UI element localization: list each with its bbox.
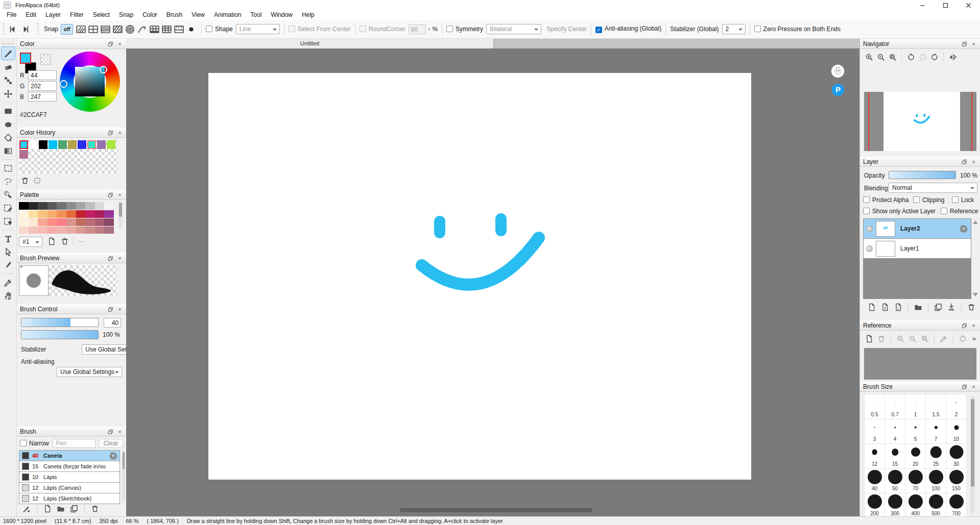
protect-alpha-checkbox[interactable]: Protect Alpha [863,196,909,204]
brush-list-scrollbar[interactable] [122,451,125,501]
menu-help[interactable]: Help [297,10,319,20]
palette-color-swatch[interactable] [85,218,95,226]
brush-size-cell[interactable]: 300 [885,493,905,516]
symmetry-checkbox[interactable]: Symmetry [446,26,483,33]
shape-checkbox[interactable]: Shape [206,26,233,33]
tool-select-eraser[interactable] [2,215,15,228]
brush-size-cell[interactable]: 500 [926,493,946,516]
new-palette-icon[interactable] [47,237,56,245]
menu-window[interactable]: Window [266,10,297,20]
blending-select[interactable]: Normal [889,183,977,193]
float-panel-icon[interactable] [961,322,968,329]
palette-color-swatch[interactable] [19,218,29,226]
brush-size-cell[interactable]: 0.5 [865,394,885,419]
layer-scroll-up-icon[interactable] [973,220,978,224]
history-color-swatch[interactable] [107,140,115,149]
palette-color-swatch[interactable] [19,227,29,234]
zoom-fit-icon[interactable] [921,335,929,343]
tool-magic-wand[interactable] [2,188,15,201]
brush-size-cell[interactable]: 70 [905,469,926,494]
brush-size-cell[interactable]: 40 [865,469,885,494]
gear-icon[interactable] [109,452,117,460]
menu-color[interactable]: Color [138,10,162,20]
canvas[interactable] [208,73,751,480]
new-folder-icon[interactable] [914,303,922,311]
crisscross-snap-icon[interactable] [87,23,99,35]
brush-size-cell[interactable]: 1 [905,394,926,419]
new-file-icon[interactable] [865,335,873,343]
history-color-swatch[interactable] [87,140,96,149]
zero-pressure-checkbox[interactable]: Zero Pressure on Both Ends [754,26,841,33]
palette-color-swatch[interactable] [47,218,57,226]
alpaca-avatar-button[interactable] [831,64,845,78]
duplicate-layer-icon[interactable] [934,303,942,311]
close-panel-icon[interactable]: × [116,41,123,47]
layer-row[interactable]: Layer2 [864,219,971,239]
show-only-active-layer-checkbox[interactable]: Show only Active Layer [863,208,936,215]
palette-color-swatch[interactable] [47,202,57,210]
navigator-preview[interactable] [864,92,976,151]
round-corner-value[interactable]: 80 [409,24,426,34]
brush-size-slider[interactable] [21,318,99,327]
specify-center-button[interactable]: Specify Center [546,26,587,33]
rotate-cw-icon[interactable] [930,53,939,61]
brush-size-cell[interactable]: 100 [926,469,946,494]
add-brush-icon[interactable] [22,505,31,513]
menu-view[interactable]: View [187,10,209,20]
close-panel-icon[interactable]: × [116,255,123,261]
tool-text[interactable] [2,232,15,245]
new-layer-icon[interactable] [868,303,876,311]
brush-list-item[interactable]: 12Lápis (Canvas) [19,483,119,493]
tool-divide[interactable] [2,259,15,271]
tool-fill[interactable] [2,105,15,117]
undo-icon[interactable] [7,23,18,35]
sv-selector[interactable] [100,66,107,73]
new-brush-icon[interactable] [43,505,52,513]
close-panel-icon[interactable]: × [970,41,977,47]
palette-color-swatch[interactable] [19,210,29,218]
hatch-snap-icon[interactable] [112,23,123,35]
brush-opacity-slider[interactable] [21,330,99,339]
maximize-button[interactable] [934,0,957,10]
brush-size-value[interactable]: 40 [104,318,121,328]
palette-color-swatch[interactable] [57,210,66,218]
tool-operation[interactable] [2,245,15,258]
palette-color-swatch[interactable] [29,210,38,218]
tool-paint[interactable] [2,131,15,144]
palette-scrollbar[interactable] [118,202,123,229]
menu-animation[interactable]: Animation [209,10,246,20]
palette-color-swatch[interactable] [76,202,86,210]
brush-size-cell[interactable]: 5 [905,419,926,444]
brush-folder-icon[interactable] [57,505,65,513]
palette-color-swatch[interactable] [19,202,29,210]
close-panel-icon[interactable]: × [970,322,977,329]
tick-grid-snap-icon[interactable] [173,23,184,35]
close-button[interactable] [957,0,980,10]
r-input[interactable]: 44 [28,70,57,80]
menu-layer[interactable]: Layer [41,10,65,20]
tool-lasso[interactable] [2,175,15,188]
brush-size-cell[interactable]: 1.5 [926,394,946,419]
refresh-history-icon[interactable] [33,177,41,185]
palette-color-swatch[interactable] [66,202,76,210]
palette-color-swatch[interactable] [76,210,86,218]
gear-icon[interactable] [960,224,968,233]
brush-size-cell[interactable]: 2 [946,394,967,419]
brush-size-cell[interactable]: 7 [926,419,946,444]
new-8bit-layer-icon[interactable]: 8 [881,303,889,311]
horizontal-scrollbar-thumb[interactable] [400,508,592,512]
transparent-color-swatch[interactable] [40,54,51,65]
minimize-button[interactable] [911,0,934,10]
grid-fill-snap-icon[interactable] [149,23,160,35]
round-corner-spinner[interactable]: ∨ [427,27,431,32]
float-panel-icon[interactable] [107,429,114,435]
layer-visibility-icon[interactable] [866,226,873,232]
rotate-ccw-icon[interactable] [959,335,967,343]
brush-list-item[interactable]: 15Caneta (forçar fade in/ou [19,461,119,472]
tool-hand[interactable] [2,289,15,302]
tool-eyedropper[interactable] [2,276,15,289]
new-1bit-layer-icon[interactable]: 1 [894,303,902,311]
palette-color-swatch[interactable] [66,218,76,226]
reference-more-button[interactable]: » [972,335,976,342]
snap-off-button[interactable]: off [61,24,73,35]
